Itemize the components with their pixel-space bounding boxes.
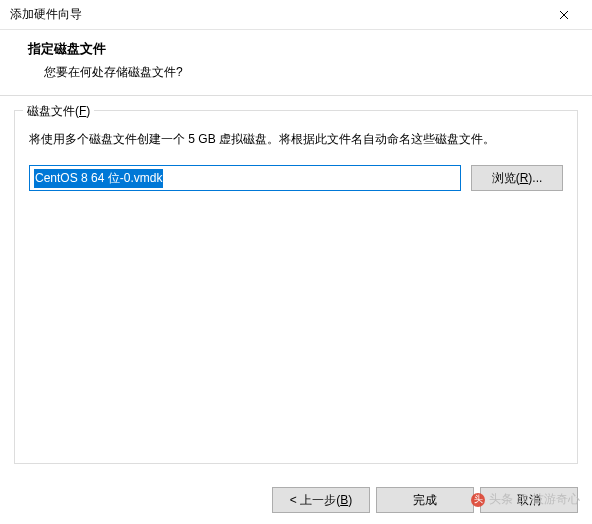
content-area: 磁盘文件(F) 将使用多个磁盘文件创建一个 5 GB 虚拟磁盘。将根据此文件名自… [0,96,592,464]
disk-file-group: 磁盘文件(F) 将使用多个磁盘文件创建一个 5 GB 虚拟磁盘。将根据此文件名自… [14,110,578,464]
back-key: B [340,493,348,507]
cancel-button[interactable]: 取消 [480,487,578,513]
browse-button[interactable]: 浏览(R)... [471,165,563,191]
back-suffix: ) [348,493,352,507]
browse-suffix: )... [528,171,542,185]
wizard-header: 指定磁盘文件 您要在何处存储磁盘文件? [0,30,592,96]
page-subtitle: 您要在何处存储磁盘文件? [28,64,572,81]
back-prefix: < 上一步( [290,493,340,507]
close-button[interactable] [544,1,584,29]
group-legend: 磁盘文件(F) [23,103,94,120]
disk-file-value: CentOS 8 64 位-0.vmdk [34,169,163,188]
close-icon [559,10,569,20]
legend-prefix: 磁盘文件( [27,104,79,118]
window-title: 添加硬件向导 [10,6,82,23]
disk-file-input[interactable]: CentOS 8 64 位-0.vmdk [29,165,461,191]
titlebar: 添加硬件向导 [0,0,592,30]
legend-suffix: ) [86,104,90,118]
group-description: 将使用多个磁盘文件创建一个 5 GB 虚拟磁盘。将根据此文件名自动命名这些磁盘文… [29,129,563,149]
back-button[interactable]: < 上一步(B) [272,487,370,513]
file-row: CentOS 8 64 位-0.vmdk 浏览(R)... [29,165,563,191]
browse-prefix: 浏览( [492,171,520,185]
finish-button[interactable]: 完成 [376,487,474,513]
page-title: 指定磁盘文件 [28,40,572,58]
wizard-footer: < 上一步(B) 完成 取消 [0,476,592,524]
